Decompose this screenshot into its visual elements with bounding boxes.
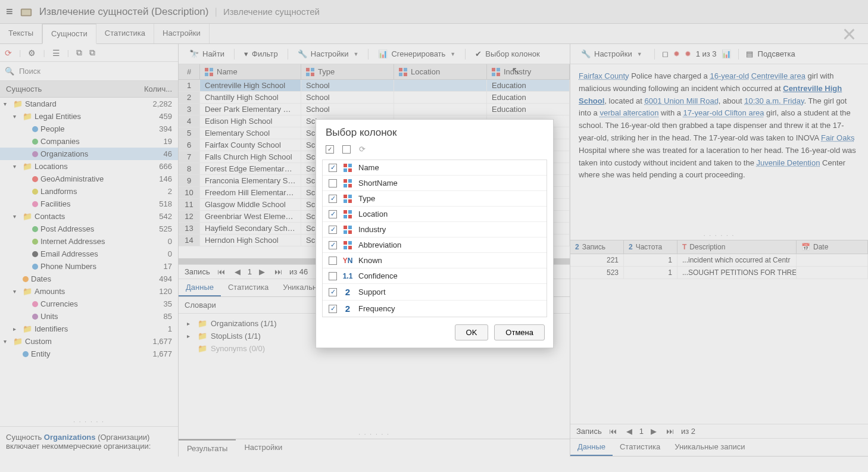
check-all-button[interactable]: ✓	[326, 145, 334, 154]
checkbox[interactable]: ✓	[329, 241, 337, 249]
column-name: Frequency	[358, 304, 395, 313]
checkbox[interactable]: ✓	[329, 195, 337, 203]
type-icon	[343, 195, 352, 203]
column-option[interactable]: ✓Type	[323, 191, 547, 207]
svg-rect-36	[344, 230, 347, 234]
cancel-button[interactable]: Отмена	[494, 324, 545, 340]
svg-rect-30	[344, 210, 347, 214]
column-name: Type	[358, 194, 375, 203]
svg-rect-29	[348, 199, 352, 203]
svg-rect-31	[348, 210, 352, 214]
svg-rect-28	[344, 199, 347, 203]
column-name: Support	[358, 287, 386, 296]
column-option[interactable]: ✓Location	[323, 207, 547, 222]
modal-toolbar: ✓ ⟳	[316, 145, 553, 160]
checkbox[interactable]	[329, 257, 337, 265]
type-icon: 2	[343, 287, 352, 297]
ok-button[interactable]: OK	[455, 324, 489, 340]
modal-buttons: OK Отмена	[316, 317, 553, 348]
column-option[interactable]: ✓Abbreviation	[323, 237, 547, 253]
checkbox[interactable]	[329, 179, 337, 187]
column-name: Abbreviation	[358, 240, 401, 249]
svg-rect-19	[348, 164, 352, 167]
column-name: Name	[358, 163, 379, 172]
column-option[interactable]: ✓2Frequency	[323, 301, 547, 317]
column-name: ShortName	[358, 179, 398, 187]
svg-rect-22	[344, 179, 347, 183]
type-icon	[343, 226, 352, 234]
column-name: Confidence	[358, 271, 398, 280]
checkbox[interactable]: ✓	[329, 210, 337, 218]
svg-rect-40	[344, 246, 347, 249]
column-name: Industry	[358, 225, 386, 234]
svg-rect-24	[344, 184, 347, 187]
type-icon	[343, 241, 352, 249]
type-icon: 2	[343, 304, 352, 314]
svg-rect-37	[348, 230, 352, 234]
column-option[interactable]: 1.1Confidence	[323, 268, 547, 284]
svg-rect-23	[348, 179, 352, 183]
svg-rect-33	[348, 215, 352, 218]
column-chooser-modal: Выбор колонок ✓ ⟳ ✓NameShortName✓Type✓Lo…	[316, 119, 554, 348]
checkbox[interactable]: ✓	[329, 288, 337, 296]
svg-rect-26	[344, 195, 347, 198]
svg-rect-21	[348, 168, 352, 172]
column-name: Known	[358, 256, 382, 265]
svg-rect-41	[348, 246, 352, 249]
checkbox[interactable]: ✓	[329, 164, 337, 172]
column-name: Location	[358, 210, 388, 218]
checkbox[interactable]	[329, 272, 337, 280]
svg-rect-35	[348, 226, 352, 229]
svg-rect-32	[344, 215, 347, 218]
column-option[interactable]: ShortName	[323, 176, 547, 191]
uncheck-all-button[interactable]	[342, 145, 351, 154]
type-icon: 1.1	[343, 272, 352, 280]
column-option[interactable]: ✓Name	[323, 160, 547, 176]
svg-rect-38	[344, 241, 347, 245]
checkbox[interactable]: ✓	[329, 226, 337, 234]
svg-rect-39	[348, 241, 352, 245]
svg-rect-18	[344, 164, 347, 167]
column-option[interactable]: ✓2Support	[323, 284, 547, 301]
type-icon: YN	[343, 257, 352, 265]
type-icon	[343, 210, 352, 218]
reset-icon[interactable]: ⟳	[359, 145, 366, 154]
modal-title: Выбор колонок	[316, 120, 553, 145]
column-option[interactable]: YNKnown	[323, 253, 547, 268]
column-list: ✓NameShortName✓Type✓Location✓Industry✓Ab…	[322, 160, 547, 317]
column-option[interactable]: ✓Industry	[323, 222, 547, 237]
svg-rect-27	[348, 195, 352, 198]
type-icon	[343, 179, 352, 187]
checkbox[interactable]: ✓	[329, 305, 337, 313]
type-icon	[343, 164, 352, 172]
svg-rect-25	[348, 184, 352, 187]
svg-rect-20	[344, 168, 347, 172]
svg-rect-34	[344, 226, 347, 229]
